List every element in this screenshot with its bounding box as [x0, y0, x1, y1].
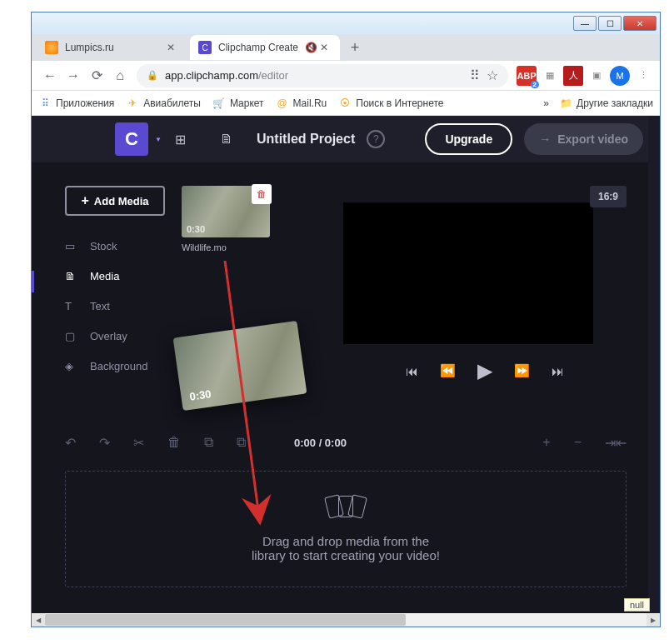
star-icon[interactable]: ☆ — [487, 67, 498, 83]
active-indicator — [32, 271, 34, 292]
adblock-extension-icon[interactable]: ABP 2 — [517, 66, 537, 86]
bookmark-market[interactable]: 🛒Маркет — [212, 97, 264, 110]
delete-button[interactable]: 🗑 — [167, 435, 181, 450]
apps-icon: ⠿ — [38, 97, 52, 110]
tab-clipchamp[interactable]: C Clipchamp Create 🔇 ✕ — [190, 35, 340, 60]
zoom-out-button[interactable]: − — [574, 435, 582, 451]
pdf-extension-icon[interactable]: 人 — [563, 66, 583, 86]
cart-icon: 🛒 — [212, 97, 226, 110]
tab-lumpics[interactable]: Lumpics.ru ✕ — [37, 35, 187, 60]
sidebar-item-media[interactable]: 🗎Media — [65, 261, 165, 291]
timeline-time: 0:00 / 0:00 — [294, 437, 347, 449]
skip-forward-button[interactable]: ⏭ — [552, 364, 564, 378]
lock-icon: 🔒 — [147, 70, 158, 81]
app-header: C ⊞ 🗎 Untitled Project ? Upgrade → Expor… — [32, 116, 660, 162]
address-bar-row: ← → ⟳ ⌂ 🔒 app.clipchamp.com /editor ⠿ ☆ … — [32, 61, 660, 91]
reload-button[interactable]: ⟳ — [85, 64, 108, 87]
address-bar[interactable]: 🔒 app.clipchamp.com /editor ⠿ ☆ — [137, 64, 508, 87]
background-icon: ◈ — [65, 360, 82, 372]
apps-bookmark[interactable]: ⠿Приложения — [38, 97, 114, 110]
video-preview[interactable] — [343, 202, 593, 344]
extension-icon[interactable]: ▦ — [540, 66, 560, 86]
upgrade-button[interactable]: Upgrade — [425, 123, 512, 155]
dropzone-text-line2: library to start creating your video! — [252, 548, 440, 562]
drag-clip-duration: 0:30 — [189, 387, 212, 402]
window-maximize-button[interactable]: ☐ — [598, 16, 622, 31]
template-icon[interactable]: ⊞ — [165, 124, 195, 154]
dropzone-cards-icon — [325, 496, 367, 524]
translate-icon[interactable]: ⠿ — [470, 67, 480, 83]
search-icon: ⦿ — [338, 97, 352, 110]
home-button[interactable]: ⌂ — [108, 64, 132, 87]
redo-button[interactable]: ↷ — [99, 435, 110, 451]
overlay-icon: ▢ — [65, 330, 82, 342]
dragging-clip[interactable]: 0:30 — [173, 321, 307, 411]
file-icon[interactable]: 🗎 — [212, 124, 242, 154]
plane-icon: ✈ — [126, 97, 139, 110]
sidebar-item-text[interactable]: TText — [65, 291, 165, 321]
bookmark-mail[interactable]: @Mail.Ru — [276, 97, 327, 110]
other-bookmarks[interactable]: Другие закладки — [577, 97, 653, 109]
clipchamp-logo[interactable]: C — [115, 122, 148, 156]
browser-menu-button[interactable]: ⋮ — [633, 66, 653, 86]
play-button[interactable]: ▶ — [477, 359, 492, 382]
tab-title: Lumpics.ru — [65, 42, 167, 53]
project-title[interactable]: Untitled Project — [257, 132, 355, 147]
plus-icon: + — [81, 193, 88, 208]
delete-clip-button[interactable]: 🗑 — [252, 184, 272, 204]
adblock-badge: 2 — [531, 81, 539, 88]
scroll-left-arrow[interactable]: ◀ — [32, 613, 45, 627]
forward-button[interactable]: → — [62, 64, 85, 87]
sidebar-item-background[interactable]: ◈Background — [65, 351, 165, 381]
skip-back-button[interactable]: ⏮ — [406, 364, 418, 378]
undo-button[interactable]: ↶ — [65, 435, 76, 451]
duplicate-button[interactable]: ⧉ — [237, 435, 246, 450]
window-titlebar: — ☐ ✕ — [32, 12, 660, 34]
rewind-button[interactable]: ⏪ — [440, 363, 456, 378]
tab-close-icon[interactable]: ✕ — [320, 42, 332, 53]
zoom-fit-button[interactable]: ⇥⇤ — [605, 435, 627, 451]
media-icon: 🗎 — [65, 270, 82, 282]
folder-icon: 📁 — [559, 97, 572, 110]
media-thumbnail: 🗑 0:30 — [182, 186, 270, 237]
bookmarks-overflow[interactable]: » — [543, 97, 549, 109]
tab-mute-icon[interactable]: 🔇 — [305, 42, 317, 53]
url-host: app.clipchamp.com — [165, 69, 258, 82]
add-media-button[interactable]: + Add Media — [65, 186, 165, 216]
fast-forward-button[interactable]: ⏩ — [514, 363, 530, 378]
new-tab-button[interactable]: + — [343, 36, 367, 59]
dropzone-text-line1: Drag and drop media from the — [262, 534, 429, 548]
sidebar-item-stock[interactable]: ▭Stock — [65, 231, 165, 261]
aspect-ratio-badge[interactable]: 16:9 — [590, 186, 627, 207]
scroll-thumb[interactable] — [45, 614, 406, 626]
bookmark-avia[interactable]: ✈Авиабилеты — [126, 97, 201, 110]
preview-panel: 16:9 ⏮ ⏪ ▶ ⏩ ⏭ — [343, 186, 627, 382]
app-body: + Add Media ▭Stock 🗎Media TText ▢Overlay… — [32, 162, 660, 613]
window-minimize-button[interactable]: — — [573, 16, 597, 31]
export-video-button[interactable]: → Export video — [524, 123, 643, 155]
horizontal-scrollbar[interactable]: ◀ ▶ — [32, 613, 660, 627]
split-button[interactable]: ✂ — [133, 435, 144, 451]
tab-title: Clipchamp Create — [218, 42, 305, 53]
extension-icon[interactable]: ▣ — [587, 66, 607, 86]
back-button[interactable]: ← — [38, 64, 62, 87]
help-button[interactable]: ? — [367, 130, 385, 148]
clipchamp-favicon-icon: C — [198, 41, 212, 54]
media-clip[interactable]: 🗑 0:30 Wildlife.mо — [182, 186, 273, 252]
sidebar: + Add Media ▭Stock 🗎Media TText ▢Overlay… — [65, 186, 165, 381]
timeline-toolbar: ↶ ↷ ✂ 🗑 ⧉ ⧉ 0:00 / 0:00 + − ⇥⇤ — [65, 424, 627, 461]
window-close-button[interactable]: ✕ — [623, 16, 657, 31]
bookmarks-bar: ⠿Приложения ✈Авиабилеты 🛒Маркет @Mail.Ru… — [32, 91, 660, 116]
arrow-right-icon: → — [539, 132, 551, 146]
sidebar-item-overlay[interactable]: ▢Overlay — [65, 321, 165, 351]
profile-avatar-icon[interactable]: M — [610, 66, 630, 86]
tab-close-icon[interactable]: ✕ — [167, 42, 178, 53]
bookmark-search[interactable]: ⦿Поиск в Интернете — [338, 97, 443, 110]
playback-controls: ⏮ ⏪ ▶ ⏩ ⏭ — [343, 359, 627, 382]
copy-button[interactable]: ⧉ — [204, 435, 213, 450]
timeline-dropzone[interactable]: Drag and drop media from the library to … — [65, 471, 627, 587]
stock-icon: ▭ — [65, 240, 82, 252]
zoom-in-button[interactable]: + — [542, 435, 550, 451]
url-path: /editor — [258, 69, 288, 82]
scroll-right-arrow[interactable]: ▶ — [647, 613, 660, 627]
